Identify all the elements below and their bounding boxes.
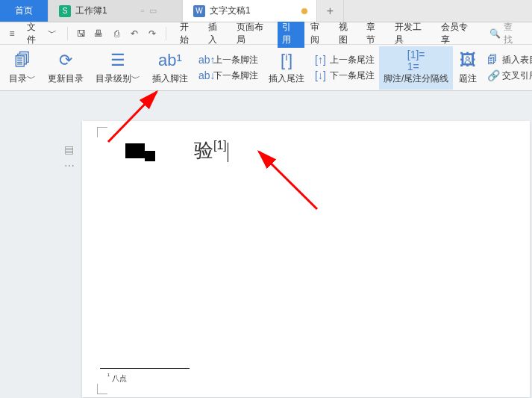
tab-references[interactable]: 引用 xyxy=(278,19,304,48)
insert-footnote-label: 插入脚注 xyxy=(152,72,188,85)
tab-window-controls-icon[interactable]: ▫ ▭ xyxy=(141,6,158,16)
page-nav-icon[interactable]: ▤ xyxy=(64,143,75,155)
tab-developer[interactable]: 开发工具 xyxy=(390,19,435,48)
caption-button[interactable]: 🖼 题注 xyxy=(453,46,483,90)
footnote-separator-label: 脚注/尾注分隔线 xyxy=(384,72,448,85)
hamburger-icon[interactable]: ≡ xyxy=(4,26,19,41)
endnote-nav: [↑]上一条尾注 [↓]下一条尾注 xyxy=(310,54,379,82)
tab-document[interactable]: W 文字文稿1 xyxy=(183,0,317,22)
prev-footnote-button[interactable]: ab↑上一条脚注 xyxy=(198,54,258,66)
toc-level-label: 目录级别﹀ xyxy=(96,72,140,85)
search-icon: 🔍 xyxy=(489,28,501,39)
gutter xyxy=(0,91,82,398)
tab-review[interactable]: 审阅 xyxy=(306,19,333,48)
search-placeholder: 查找 xyxy=(504,21,522,46)
spreadsheet-icon: S xyxy=(59,5,71,17)
endnote-icon: [ⁱ] xyxy=(281,50,292,71)
next-footnote-label: 下一条脚注 xyxy=(213,69,258,82)
tab-start[interactable]: 开始 xyxy=(175,19,202,48)
cross-ref-icon: 🔗 xyxy=(487,69,499,81)
toc-icon: 🗐 xyxy=(14,50,31,71)
footnote-icon: ab¹ xyxy=(158,50,182,71)
footnote-separator-line xyxy=(100,368,190,369)
cross-ref-label: 交叉引用 xyxy=(502,69,532,82)
page-options-icon[interactable]: ⋯ xyxy=(64,160,75,172)
menu-tabs: 开始 插入 页面布局 引用 审阅 视图 章节 开发工具 会员专享 xyxy=(175,19,481,48)
undo-icon[interactable]: ↶ xyxy=(127,26,142,41)
tab-home-label: 首页 xyxy=(15,4,33,17)
text-cursor xyxy=(228,143,228,162)
separator xyxy=(166,27,166,40)
unsaved-indicator-icon xyxy=(301,8,307,14)
caption-extra: 🗐插入表目录 🔗交叉引用 xyxy=(483,54,532,82)
tab-workbook-label: 工作簿1 xyxy=(75,4,107,17)
ribbon-references: 🗐 目录﹀ ⟳ 更新目录 ☰ 目录级别﹀ ab¹ 插入脚注 ab↑上一条脚注 a… xyxy=(0,45,532,91)
footnote-nav: ab↑上一条脚注 ab↓下一条脚注 xyxy=(194,54,263,82)
tab-document-label: 文字文稿1 xyxy=(210,4,251,17)
prev-endnote-button[interactable]: [↑]上一条尾注 xyxy=(315,54,375,66)
insert-endnote-button[interactable]: [ⁱ] 插入尾注 xyxy=(263,46,310,90)
toc-label: 目录﹀ xyxy=(9,72,36,85)
tab-insert[interactable]: 插入 xyxy=(204,19,231,48)
plus-icon: + xyxy=(327,4,334,18)
footnote-mark: ¹ xyxy=(107,372,110,379)
toc-button[interactable]: 🗐 目录﹀ xyxy=(3,46,42,90)
document-icon: W xyxy=(193,5,205,17)
redo-icon[interactable]: ↷ xyxy=(145,26,160,41)
footnote-body: 八点 xyxy=(112,374,127,382)
tof-icon: 🗐 xyxy=(487,54,499,66)
tab-page-layout[interactable]: 页面布局 xyxy=(232,19,277,48)
margin-corner-icon xyxy=(97,384,107,394)
insert-tof-button[interactable]: 🗐插入表目录 xyxy=(487,54,532,66)
update-toc-icon: ⟳ xyxy=(59,50,72,71)
file-menu-label: 文件 xyxy=(27,21,45,46)
next-endnote-icon: [↓] xyxy=(315,69,327,81)
insert-endnote-label: 插入尾注 xyxy=(269,72,304,85)
body-text[interactable]: 验[1] xyxy=(194,137,228,164)
print-icon[interactable]: 🖶 xyxy=(91,26,106,41)
separator xyxy=(67,27,68,40)
insert-footnote-button[interactable]: ab¹ 插入脚注 xyxy=(146,46,194,90)
file-menu[interactable]: 文件﹀ xyxy=(22,21,61,46)
workspace: ▤ ⋯ 验[1] ¹ 八点 xyxy=(0,91,532,398)
menubar: ≡ 文件﹀ 🖫 🖶 ⎙ ↶ ↷ 开始 插入 页面布局 引用 审阅 视图 章节 开… xyxy=(0,22,532,45)
page-side-controls: ▤ ⋯ xyxy=(64,143,75,172)
update-toc-button[interactable]: ⟳ 更新目录 xyxy=(42,46,90,90)
update-toc-label: 更新目录 xyxy=(48,72,84,85)
separator-icon: [1]=1= xyxy=(407,50,425,71)
next-endnote-button[interactable]: [↓]下一条尾注 xyxy=(315,69,375,82)
next-endnote-label: 下一条尾注 xyxy=(330,69,375,82)
cross-ref-button[interactable]: 🔗交叉引用 xyxy=(487,69,532,82)
tab-member[interactable]: 会员专享 xyxy=(436,19,481,48)
prev-endnote-label: 上一条尾注 xyxy=(330,54,375,66)
footnote-reference: [1] xyxy=(213,139,227,152)
chevron-down-icon: ﹀ xyxy=(48,27,57,40)
margin-corner-icon xyxy=(97,127,107,137)
new-tab-button[interactable]: + xyxy=(317,0,344,22)
tab-view[interactable]: 视图 xyxy=(334,19,361,48)
tab-sections[interactable]: 章节 xyxy=(362,19,389,48)
next-footnote-button[interactable]: ab↓下一条脚注 xyxy=(198,69,258,82)
caption-icon: 🖼 xyxy=(460,50,476,71)
toc-level-button[interactable]: ☰ 目录级别﹀ xyxy=(90,46,146,90)
prev-endnote-icon: [↑] xyxy=(315,54,327,66)
tab-workbook[interactable]: S 工作簿1 ▫ ▭ xyxy=(48,0,183,22)
next-footnote-icon: ab↓ xyxy=(198,69,210,81)
print-preview-icon[interactable]: ⎙ xyxy=(109,26,124,41)
footnote-area: ¹ 八点 xyxy=(100,368,219,384)
caption-label: 题注 xyxy=(459,72,477,85)
tab-home[interactable]: 首页 xyxy=(0,0,48,22)
document-page[interactable]: ▤ ⋯ 验[1] ¹ 八点 xyxy=(82,121,530,397)
search-input[interactable]: 🔍 查找 xyxy=(484,21,528,46)
text-char: 验 xyxy=(194,139,213,161)
footnote-text[interactable]: ¹ 八点 xyxy=(100,372,219,384)
prev-footnote-label: 上一条脚注 xyxy=(213,54,258,66)
insert-tof-label: 插入表目录 xyxy=(502,54,532,66)
footnote-separator-button[interactable]: [1]=1= 脚注/尾注分隔线 xyxy=(379,46,453,90)
save-icon[interactable]: 🖫 xyxy=(74,26,89,41)
prev-footnote-icon: ab↑ xyxy=(198,54,210,66)
redacted-content xyxy=(125,143,163,170)
toc-level-icon: ☰ xyxy=(110,50,125,71)
